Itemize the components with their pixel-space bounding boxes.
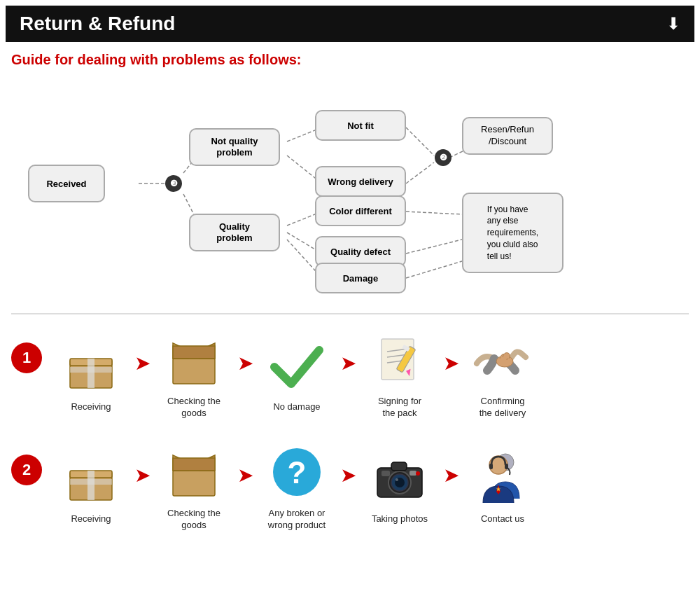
- step-2-contact-label: Contact us: [481, 513, 524, 525]
- guide-subtitle: Guide for dealing with problems as follo…: [0, 42, 700, 75]
- badge-3: ❸: [165, 175, 182, 192]
- camera-icon: [365, 446, 435, 509]
- svg-text:?: ?: [288, 455, 307, 490]
- checking-icon: [159, 328, 229, 391]
- svg-point-44: [396, 478, 398, 481]
- step-1-nodamage-label: No damage: [273, 401, 320, 413]
- svg-rect-33: [70, 479, 112, 485]
- step-2-broken-label: Any broken orwrong product: [268, 508, 326, 532]
- step-1-confirming: Confirmingthe delivery: [461, 328, 545, 420]
- section-divider: [11, 313, 689, 314]
- step-2-receiving-label: Receiving: [71, 513, 111, 525]
- step-2-receiving: Receiving: [49, 446, 133, 525]
- step-1-receiving: Receiving: [49, 334, 133, 413]
- result-2-box: If you haveany elserequirements,you clul…: [462, 193, 564, 273]
- received-box: Received: [28, 165, 105, 202]
- step-2-contact: Contact us: [461, 446, 545, 525]
- svg-line-5: [406, 127, 434, 155]
- receiving-2-icon: [56, 446, 126, 509]
- page-title: Return & Refund: [20, 13, 175, 35]
- step-1-items: Receiving ➤ Checkin: [49, 328, 689, 420]
- svg-rect-46: [410, 471, 416, 476]
- color-different-box: Color different: [315, 195, 406, 226]
- arrow-2-1: ➤: [133, 464, 152, 487]
- svg-marker-21: [173, 346, 215, 359]
- header-bar: Return & Refund ⬇: [6, 6, 694, 42]
- checkmark-icon: [262, 334, 332, 397]
- flowchart-section: Received ❸ Not qualityproblem Qualitypro…: [0, 75, 700, 306]
- step-1-nodamage: No damage: [255, 334, 339, 413]
- damage-box: Damage: [315, 263, 406, 293]
- svg-rect-47: [382, 471, 390, 476]
- step-1-confirming-label: Confirmingthe delivery: [479, 396, 526, 420]
- arrow-1-3: ➤: [339, 352, 358, 375]
- step-number-2: 2: [11, 455, 42, 485]
- svg-rect-16: [88, 359, 94, 388]
- result-1-box: Resen/Refun/Discount: [462, 117, 553, 155]
- badge-2: ❷: [435, 149, 451, 166]
- down-arrow-icon: ⬇: [666, 14, 680, 34]
- step-2-items: Receiving ➤ Checking thegoods ➤: [49, 441, 689, 532]
- arrow-2-3: ➤: [339, 464, 358, 487]
- step-2-checking: Checking thegoods: [152, 441, 236, 532]
- arrow-2-4: ➤: [442, 464, 461, 487]
- wrong-delivery-box: Wrong delivery: [315, 166, 406, 197]
- step-2-checking-label: Checking thegoods: [167, 508, 220, 532]
- step-1-receiving-label: Receiving: [71, 401, 111, 413]
- pencil-paper-icon: [365, 328, 435, 391]
- svg-line-6: [406, 162, 434, 183]
- step-2-photos-label: Taking photos: [372, 513, 428, 525]
- step-row-2: 2 Receiving ➤: [11, 441, 689, 532]
- question-icon: ?: [262, 441, 332, 504]
- svg-rect-45: [391, 462, 407, 471]
- handshake-icon: [468, 328, 538, 391]
- not-fit-box: Not fit: [315, 110, 406, 141]
- receiving-icon: [56, 334, 126, 397]
- svg-marker-37: [173, 458, 215, 471]
- step-row-1: 1 Receiving ➤: [11, 328, 689, 420]
- quality-problem-box: Qualityproblem: [189, 214, 280, 251]
- step-1-checking-label: Checking thegoods: [167, 396, 220, 420]
- not-quality-box: Not qualityproblem: [189, 128, 280, 166]
- step-2-photos: Taking photos: [358, 446, 442, 525]
- checking-2-icon: [159, 441, 229, 504]
- svg-rect-17: [70, 367, 112, 373]
- step-2-broken: ? Any broken orwrong product: [255, 441, 339, 532]
- svg-rect-32: [88, 471, 94, 500]
- step-1-checking: Checking thegoods: [152, 328, 236, 420]
- steps-section: 1 Receiving ➤: [0, 321, 700, 560]
- svg-point-48: [416, 471, 420, 476]
- agent-icon: [468, 446, 538, 509]
- svg-rect-18: [173, 359, 215, 384]
- svg-rect-34: [173, 471, 215, 496]
- arrow-1-2: ➤: [236, 352, 255, 375]
- arrow-1-4: ➤: [442, 352, 461, 375]
- arrow-2-2: ➤: [236, 464, 255, 487]
- arrow-1-1: ➤: [133, 352, 152, 375]
- svg-rect-51: [489, 464, 493, 469]
- step-1-signing: Signing forthe pack: [358, 328, 442, 420]
- step-1-signing-label: Signing forthe pack: [378, 396, 421, 420]
- step-number-1: 1: [11, 342, 42, 373]
- flowchart-container: Received ❸ Not qualityproblem Qualitypro…: [14, 75, 686, 292]
